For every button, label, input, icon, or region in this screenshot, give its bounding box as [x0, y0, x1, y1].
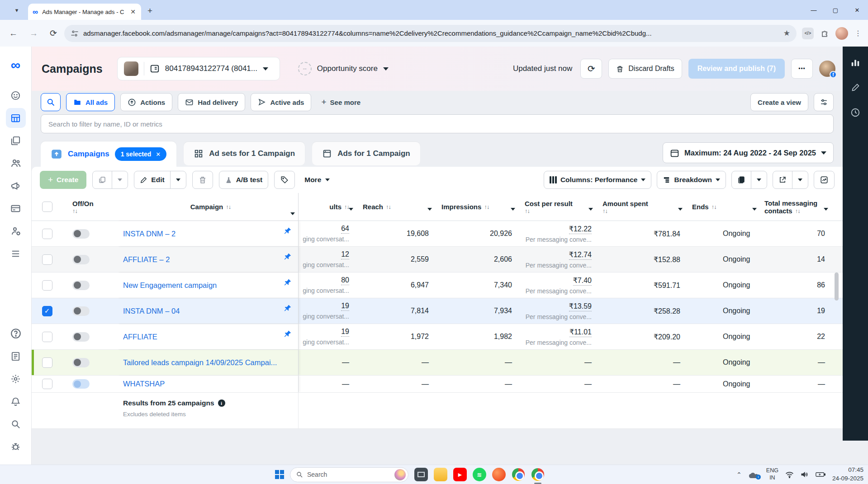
row-toggle-cell[interactable]: [62, 376, 118, 392]
more-button[interactable]: More: [301, 176, 333, 184]
battery-icon[interactable]: [816, 471, 825, 478]
row-checkbox-cell[interactable]: [32, 350, 62, 375]
refresh-button[interactable]: ⟳: [580, 59, 602, 79]
campaign-name-link[interactable]: WHATSHAP: [123, 380, 298, 388]
row-checkbox[interactable]: ✓: [42, 306, 52, 316]
column-header-campaign[interactable]: Campaign↑↓: [118, 193, 299, 221]
bookmark-star-icon[interactable]: ★: [783, 28, 790, 38]
date-range-selector[interactable]: Maximum: 24 Aug 2022 - 24 Sep 2025: [663, 142, 834, 163]
taskbar-clock[interactable]: 07:45 24-09-2025: [832, 466, 863, 483]
column-header-impressions[interactable]: Impressions↑↓: [435, 193, 518, 221]
column-header-off-on[interactable]: Off/On ↑↓: [62, 193, 118, 221]
tab-campaigns[interactable]: Campaigns 1 selected ✕: [41, 141, 176, 167]
sidebar-item-account-overview[interactable]: [6, 85, 26, 105]
browser-menu-icon[interactable]: ⋮: [854, 29, 862, 38]
sidebar-item-report-bug[interactable]: [6, 437, 26, 456]
row-toggle-cell[interactable]: [62, 221, 118, 246]
address-bar[interactable]: adsmanager.facebook.com/adsmanager/manag…: [64, 25, 797, 42]
back-button[interactable]: ←: [9, 28, 18, 38]
sidebar-item-all-tools[interactable]: [6, 244, 26, 263]
opportunity-score[interactable]: -- Opportunity score: [298, 62, 389, 75]
off-on-toggle[interactable]: [72, 379, 90, 389]
taskbar-app-chrome-active[interactable]: [531, 468, 545, 481]
off-on-toggle[interactable]: [72, 229, 90, 239]
sidebar-item-pages[interactable]: [6, 131, 26, 150]
onedrive-icon[interactable]: i: [749, 471, 759, 479]
taskbar-app-chrome[interactable]: [512, 468, 525, 481]
delete-button[interactable]: [192, 171, 213, 189]
tab-close-icon[interactable]: ✕: [129, 8, 137, 15]
column-header-cost[interactable]: Cost per result ↑↓: [518, 193, 596, 221]
export-button[interactable]: [773, 171, 792, 188]
row-checkbox-cell[interactable]: [32, 221, 62, 246]
off-on-toggle[interactable]: [72, 332, 90, 342]
table-filter-input[interactable]: Search to filter by name, ID or metrics: [41, 114, 834, 133]
wifi-icon[interactable]: [785, 471, 794, 478]
campaign-cell[interactable]: New Engagement campaign: [118, 273, 299, 298]
sidebar-item-ads-reporting[interactable]: [6, 176, 26, 196]
create-button[interactable]: +Create: [40, 171, 86, 189]
extensions-puzzle-icon[interactable]: [820, 29, 829, 38]
site-info-icon[interactable]: [71, 29, 79, 38]
column-header-results[interactable]: ults↑↓: [299, 193, 356, 221]
language-indicator[interactable]: ENG IN: [766, 467, 778, 481]
campaign-name-link[interactable]: New Engagement campaign: [123, 281, 281, 290]
row-checkbox-cell[interactable]: [32, 247, 62, 272]
sidebar-item-campaigns[interactable]: [6, 108, 26, 128]
vertical-scrollbar-thumb[interactable]: [835, 273, 839, 301]
campaign-name-link[interactable]: Tailored leads campaign 14/09/2025 Campa…: [123, 358, 298, 367]
column-header-ends[interactable]: Ends↑↓: [686, 193, 760, 221]
taskbar-app-youtube[interactable]: ▶: [453, 468, 467, 481]
filter-active-ads[interactable]: Active ads: [251, 93, 311, 111]
export-dropdown[interactable]: [792, 171, 808, 188]
off-on-toggle[interactable]: [72, 281, 90, 290]
filter-all-ads[interactable]: All ads: [66, 93, 115, 111]
table-row[interactable]: Tailored leads campaign 14/09/2025 Campa…: [32, 350, 843, 376]
info-icon[interactable]: i: [218, 399, 225, 407]
user-avatar[interactable]: f: [819, 61, 835, 77]
clear-selection-icon[interactable]: ✕: [156, 151, 161, 158]
edit-pencil-icon[interactable]: [851, 83, 860, 92]
view-settings-button[interactable]: [814, 93, 834, 111]
row-toggle-cell[interactable]: [62, 350, 118, 375]
taskbar-app-browser2[interactable]: [492, 468, 506, 481]
selection-badge[interactable]: 1 selected ✕: [115, 147, 167, 161]
meta-logo[interactable]: ∞: [11, 58, 20, 72]
campaign-cell[interactable]: WHATSHAP: [118, 376, 299, 392]
filter-actions[interactable]: Actions: [120, 93, 172, 111]
campaign-cell[interactable]: AFFLIATE: [118, 324, 299, 349]
filter-had-delivery[interactable]: Had delivery: [178, 93, 245, 111]
sidebar-item-help[interactable]: [6, 324, 26, 343]
more-options-button[interactable]: •••: [791, 59, 813, 79]
history-clock-icon[interactable]: [850, 108, 860, 117]
taskbar-search[interactable]: Search: [290, 467, 408, 482]
row-checkbox-cell[interactable]: [32, 324, 62, 349]
select-all-checkbox-cell[interactable]: [32, 193, 62, 221]
reload-button[interactable]: ⟳: [50, 28, 57, 38]
browser-profile-avatar[interactable]: [835, 27, 848, 40]
discard-drafts-button[interactable]: Discard Drafts: [608, 59, 682, 79]
review-publish-button[interactable]: Review and publish (7): [688, 59, 785, 79]
off-on-toggle[interactable]: [72, 255, 90, 264]
window-minimize-button[interactable]: —: [803, 0, 825, 20]
browser-tab[interactable]: ∞ Ads Manager - Manage ads - C ✕: [28, 4, 141, 20]
column-header-spent[interactable]: Amount spent ↑↓: [596, 193, 686, 221]
row-checkbox[interactable]: [42, 254, 52, 265]
see-more-button[interactable]: + See more: [321, 97, 360, 107]
row-checkbox-cell[interactable]: ✓: [32, 298, 62, 324]
taskbar-app-widgets[interactable]: [414, 468, 428, 481]
campaign-cell[interactable]: Tailored leads campaign 14/09/2025 Campa…: [118, 350, 299, 375]
account-selector[interactable]: 804178943122774 (8041...: [117, 57, 280, 80]
table-row[interactable]: INSTA DNM – 2 64ging conversat... 19,608…: [32, 221, 843, 247]
campaign-name-link[interactable]: AFFLIATE: [123, 333, 281, 341]
table-row[interactable]: AFFLIATE 19ging conversat... 1,972 1,982…: [32, 324, 843, 350]
row-toggle-cell[interactable]: [62, 298, 118, 324]
new-tab-button[interactable]: +: [147, 6, 152, 16]
campaign-cell[interactable]: INSTA DNM – 2: [118, 221, 299, 246]
breakdown-button[interactable]: Breakdown: [657, 171, 726, 189]
row-checkbox-cell[interactable]: [32, 273, 62, 298]
columns-button[interactable]: Columns: Performance: [544, 171, 652, 189]
row-checkbox[interactable]: [42, 357, 52, 368]
sidebar-item-billing[interactable]: [6, 198, 26, 218]
tray-chevron-up-icon[interactable]: ⌃: [736, 471, 742, 478]
